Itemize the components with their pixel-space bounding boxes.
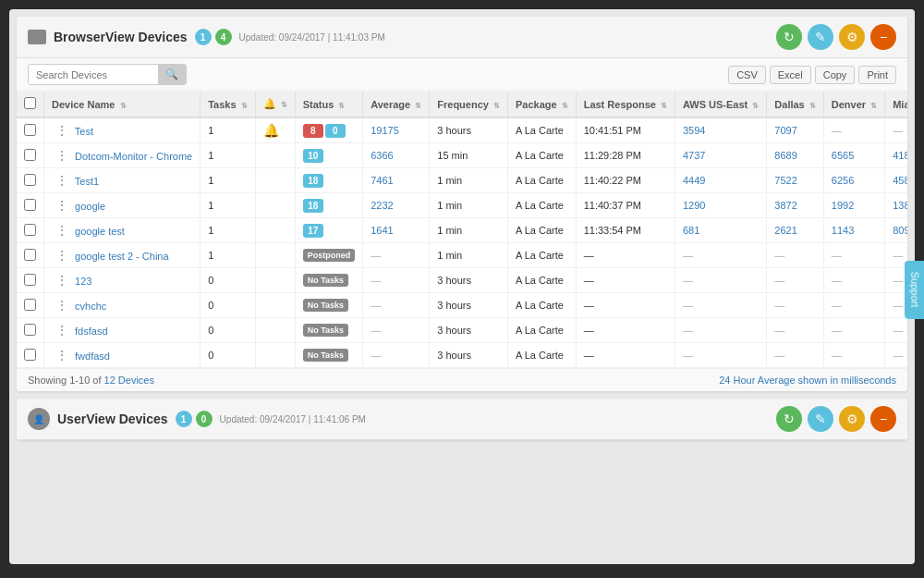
browser-panel: BrowserView Devices 1 4 Updated: 09/24/2… [17, 17, 907, 391]
row-checkbox-cell[interactable] [17, 268, 44, 293]
row-checkbox[interactable] [24, 249, 36, 261]
row-checkbox[interactable] [24, 274, 36, 286]
dallas-cell: — [767, 343, 823, 368]
dallas-cell: 2621 [767, 218, 823, 243]
row-checkbox[interactable] [24, 199, 36, 211]
sort-icon-freq: ⇅ [493, 102, 500, 110]
sort-icon-pkg: ⇅ [562, 102, 568, 110]
device-name-link[interactable]: Test [75, 126, 93, 137]
col-miami[interactable]: Miami ⇅ [885, 92, 907, 117]
status-badge: 17 [303, 224, 323, 238]
col-frequency[interactable]: Frequency ⇅ [430, 92, 508, 117]
avg-value: 1641 [371, 225, 393, 236]
col-aws[interactable]: AWS US-East ⇅ [675, 92, 766, 117]
status-cell: No Tasks [295, 268, 363, 293]
col-bell[interactable]: 🔔 ⇅ [255, 92, 295, 117]
row-checkbox-cell[interactable] [17, 343, 44, 368]
row-checkbox-cell[interactable] [17, 117, 44, 143]
device-name-link[interactable]: Test1 [75, 176, 99, 187]
package-cell: A La Carte [507, 143, 576, 168]
user-remove-button[interactable]: − [870, 406, 896, 432]
badge-alert: 1 [195, 29, 212, 45]
excel-button[interactable]: Excel [770, 66, 811, 84]
row-checkbox-cell[interactable] [17, 218, 44, 243]
col-device-name[interactable]: Device Name ⇅ [44, 92, 201, 117]
frequency-cell: 1 min [430, 218, 508, 243]
edit-button[interactable]: ✎ [808, 24, 833, 50]
last-response-cell: — [576, 243, 675, 268]
device-name-link[interactable]: cvhchc [75, 301, 106, 312]
status-notasks: No Tasks [303, 349, 348, 362]
user-refresh-button[interactable]: ↻ [776, 406, 802, 432]
device-name-link[interactable]: google test [75, 226, 125, 237]
row-menu[interactable]: ⋮ [52, 348, 72, 363]
status-cell: 17 [295, 218, 363, 243]
average-cell: 1641 [363, 218, 430, 243]
last-response-cell: — [576, 318, 675, 343]
col-package[interactable]: Package ⇅ [507, 92, 576, 117]
table-footer: Showing 1-10 of 12 Devices 24 Hour Avera… [17, 368, 907, 391]
row-menu[interactable]: ⋮ [52, 173, 72, 188]
row-checkbox-cell[interactable] [17, 293, 44, 318]
row-menu[interactable]: ⋮ [52, 298, 72, 313]
device-name-link[interactable]: fwdfasd [75, 350, 110, 362]
col-tasks[interactable]: Tasks ⇅ [201, 92, 255, 117]
remove-button[interactable]: − [870, 24, 896, 50]
search-input[interactable] [29, 66, 158, 84]
row-menu[interactable]: ⋮ [52, 148, 72, 163]
device-name-link[interactable]: Dotcom-Monitor - Chrome [75, 151, 192, 162]
row-checkbox[interactable] [24, 224, 36, 236]
row-menu[interactable]: ⋮ [52, 223, 72, 238]
sort-icon-tasks: ⇅ [241, 102, 248, 110]
row-checkbox[interactable] [24, 324, 36, 336]
sort-icon-bell: ⇅ [281, 101, 287, 109]
device-name-cell: ⋮ google [44, 193, 201, 218]
tasks-cell: 1 [201, 193, 255, 218]
device-name-link[interactable]: google test 2 - China [75, 251, 169, 262]
print-button[interactable]: Print [858, 66, 896, 84]
row-checkbox[interactable] [24, 149, 36, 161]
support-tab[interactable]: Support [906, 260, 924, 318]
dallas-cell: — [767, 293, 823, 318]
copy-button[interactable]: Copy [815, 66, 856, 84]
last-response-cell: — [576, 293, 675, 318]
search-button[interactable]: 🔍 [158, 65, 186, 84]
device-name-link[interactable]: fdsfasd [75, 326, 107, 337]
user-panel-updated: Updated: 09/24/2017 | 11:41:06 PM [220, 414, 366, 424]
refresh-button[interactable]: ↻ [776, 24, 802, 50]
status-cell: No Tasks [295, 343, 363, 368]
row-checkbox-cell[interactable] [17, 143, 44, 168]
user-settings-button[interactable]: ⚙ [839, 406, 865, 432]
row-checkbox[interactable] [24, 174, 36, 186]
user-edit-button[interactable]: ✎ [808, 406, 833, 432]
device-name-link[interactable]: 123 [75, 276, 91, 287]
col-status[interactable]: Status ⇅ [295, 92, 363, 117]
aws-cell: 3594 [675, 117, 766, 143]
row-checkbox-cell[interactable] [17, 168, 44, 193]
row-checkbox-cell[interactable] [17, 243, 44, 268]
row-checkbox[interactable] [24, 349, 36, 361]
row-menu[interactable]: ⋮ [52, 198, 72, 213]
dallas-cell: 3872 [767, 193, 823, 218]
csv-button[interactable]: CSV [728, 66, 766, 84]
row-menu[interactable]: ⋮ [52, 323, 72, 338]
select-all-checkbox[interactable] [24, 97, 36, 109]
row-checkbox-cell[interactable] [17, 318, 44, 343]
row-checkbox-cell[interactable] [17, 193, 44, 218]
row-checkbox[interactable] [24, 124, 36, 136]
row-menu[interactable]: ⋮ [52, 123, 72, 138]
col-last-response[interactable]: Last Response ⇅ [576, 92, 675, 117]
col-average[interactable]: Average ⇅ [363, 92, 430, 117]
devices-link[interactable]: 12 Devices [104, 375, 154, 386]
settings-button[interactable]: ⚙ [839, 24, 865, 50]
col-denver[interactable]: Denver ⇅ [823, 92, 884, 117]
row-menu[interactable]: ⋮ [52, 273, 72, 288]
row-menu[interactable]: ⋮ [52, 248, 72, 263]
aws-cell: — [675, 293, 766, 318]
aws-cell: — [675, 268, 766, 293]
col-dallas[interactable]: Dallas ⇅ [767, 92, 823, 117]
device-name-link[interactable]: google [75, 201, 105, 212]
select-all-header[interactable] [17, 92, 44, 117]
row-checkbox[interactable] [24, 299, 36, 311]
avg-note-prefix: 24 Hour Average shown in [719, 375, 838, 386]
